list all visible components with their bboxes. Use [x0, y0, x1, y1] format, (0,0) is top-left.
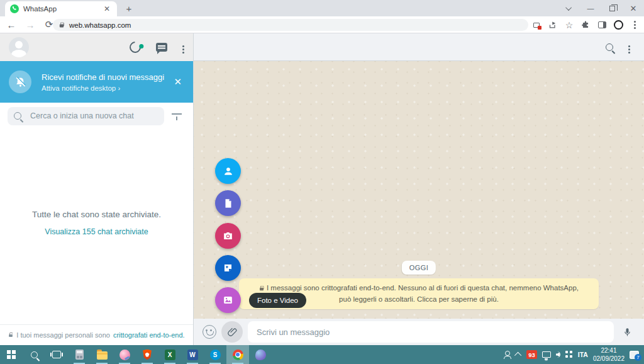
tray-people-icon[interactable] [503, 351, 511, 359]
encryption-notice-text: I messaggi sono crittografati end-to-end… [267, 284, 579, 303]
attach-sticker-button[interactable] [215, 255, 241, 281]
taskbar-excel[interactable]: X [158, 345, 181, 364]
sidebar: Ricevi notifiche di nuovi messaggi Attiv… [0, 33, 194, 345]
taskbar-brave[interactable] [136, 345, 158, 364]
attach-document-button[interactable] [215, 190, 241, 216]
side-panel-icon[interactable] [595, 18, 609, 32]
banner-close-icon[interactable]: ✕ [171, 74, 184, 90]
windows-taskbar: X W S 93 ITA 22:41 02/09/2022 7 [0, 345, 644, 364]
tab-title: WhatsApp [23, 5, 102, 13]
attach-photos-button[interactable] [215, 287, 241, 313]
minimize-button[interactable]: — [580, 0, 601, 16]
sidebar-encryption-note: I tuoi messaggi personali sono crittogra… [0, 324, 193, 344]
volume-icon[interactable] [556, 351, 560, 358]
back-button[interactable]: ← [4, 17, 19, 32]
system-tray: 93 ITA 22:41 02/09/2022 7 [503, 346, 644, 363]
calculator-icon [75, 350, 84, 360]
notification-banner[interactable]: Ricevi notifiche di nuovi messaggi Attiv… [0, 61, 193, 103]
chat-search-icon[interactable] [606, 43, 613, 51]
emoji-icon[interactable] [203, 325, 216, 339]
restore-button[interactable] [601, 0, 623, 16]
clock-date: 02/09/2022 [593, 355, 625, 362]
taskbar-word[interactable]: W [181, 345, 204, 364]
chat-list: Tutte le chat sono state archiviate. Vis… [0, 129, 193, 324]
sidebar-menu-kebab-icon[interactable] [182, 42, 184, 53]
search-icon [31, 351, 38, 358]
attach-camera-button[interactable] [215, 223, 241, 249]
date-badge: OGGI [402, 261, 436, 275]
taskbar-paint3d[interactable] [249, 345, 272, 364]
url-text: web.whatsapp.com [69, 21, 131, 29]
tab-search-chevron-icon[interactable] [558, 0, 580, 16]
camera-icon [222, 230, 234, 242]
bell-muted-icon [9, 71, 31, 93]
tray-dots-icon[interactable] [565, 351, 573, 358]
lock-icon [9, 334, 13, 337]
new-tab-button[interactable]: + [123, 3, 135, 14]
tab-close-icon[interactable]: ✕ [102, 4, 112, 14]
banner-subtitle-link[interactable]: Attiva notifiche desktop › [42, 84, 164, 92]
taskbar-chrome[interactable] [226, 345, 249, 364]
skype-icon: S [210, 350, 221, 360]
notification-count-badge: 7 [635, 354, 641, 361]
microphone-icon[interactable] [619, 327, 635, 338]
view-archived-chats-link[interactable]: Visualizza 155 chat archiviate [0, 227, 193, 236]
photos-icon [222, 294, 234, 306]
photos-video-tooltip: Foto e Video [249, 293, 306, 308]
extension-icon[interactable] [530, 18, 543, 32]
pink-app-icon [119, 350, 130, 360]
attach-paperclip-button[interactable] [221, 321, 243, 343]
attach-contact-button[interactable] [215, 158, 241, 184]
task-view-icon [52, 351, 61, 358]
search-row [0, 103, 193, 129]
paperclip-icon [227, 327, 238, 338]
start-button[interactable] [0, 345, 23, 364]
https-lock-icon [60, 25, 64, 28]
new-chat-icon[interactable] [156, 43, 167, 52]
share-icon[interactable] [546, 18, 560, 32]
document-icon [223, 198, 234, 209]
chat-panel: OGGI I messaggi sono crittografati end-t… [194, 33, 644, 345]
browser-tab-whatsapp[interactable]: WhatsApp ✕ [5, 1, 117, 16]
browser-menu-kebab-icon[interactable] [628, 18, 641, 32]
chat-wallpaper: OGGI I messaggi sono crittografati end-t… [194, 61, 644, 319]
task-view-button[interactable] [45, 345, 68, 364]
browser-profile-avatar[interactable] [611, 18, 625, 32]
browser-toolbar: ← → ⟳ web.whatsapp.com ☆ [0, 16, 644, 33]
sidebar-header [0, 33, 193, 61]
taskbar-file-explorer[interactable] [91, 345, 113, 364]
message-input-bar [194, 319, 644, 345]
taskbar-pink-app[interactable] [113, 345, 136, 364]
message-input[interactable] [248, 321, 614, 343]
tray-expand-chevron-icon[interactable] [514, 352, 521, 359]
whatsapp-favicon-icon [10, 4, 19, 13]
search-icon [14, 112, 21, 120]
language-indicator[interactable]: ITA [578, 351, 588, 358]
action-center-icon[interactable]: 7 [630, 351, 639, 359]
taskbar-skype[interactable]: S [204, 345, 226, 364]
chat-filter-icon[interactable] [172, 112, 182, 120]
encryption-note-link[interactable]: crittografati end-to-end. [113, 331, 185, 339]
bookmark-star-icon[interactable]: ☆ [562, 18, 576, 32]
contact-icon [222, 165, 235, 178]
sticker-icon [222, 262, 234, 274]
taskbar-search-button[interactable] [23, 345, 45, 364]
paint3d-icon [255, 350, 266, 360]
encryption-note-text: I tuoi messaggi personali sono [16, 331, 110, 339]
status-icon[interactable] [127, 39, 143, 55]
network-icon[interactable] [542, 351, 551, 358]
taskbar-calculator[interactable] [68, 345, 91, 364]
excel-icon: X [165, 350, 175, 360]
whatsapp-web-app: Ricevi notifiche di nuovi messaggi Attiv… [0, 33, 644, 345]
profile-avatar[interactable] [9, 37, 29, 57]
tray-red-badge[interactable]: 93 [526, 350, 537, 359]
chat-menu-kebab-icon[interactable] [628, 42, 630, 53]
close-window-button[interactable]: ✕ [623, 0, 644, 16]
browser-tab-strip: WhatsApp ✕ + — ✕ [0, 0, 644, 16]
search-input[interactable] [30, 111, 158, 120]
url-bar[interactable]: web.whatsapp.com [53, 19, 528, 31]
forward-button[interactable]: → [23, 17, 38, 32]
extensions-puzzle-icon[interactable] [579, 18, 592, 32]
clock[interactable]: 22:41 02/09/2022 [593, 346, 625, 363]
folder-icon [97, 351, 108, 360]
